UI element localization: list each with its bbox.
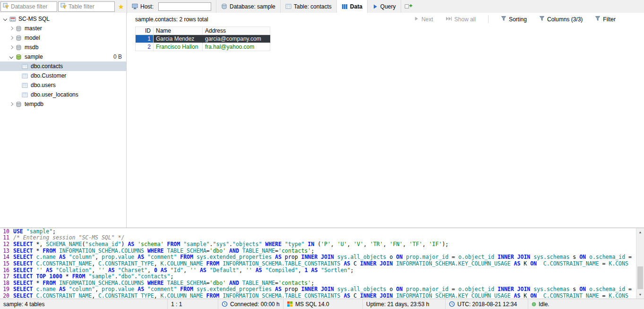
results-grid[interactable]: IDNameAddress1Garcia Mendezgarcia@compan…	[135, 26, 270, 51]
line-number: 11	[0, 235, 9, 241]
clock-icon	[449, 301, 455, 307]
column-header-address[interactable]: Address	[203, 27, 270, 35]
expand-chevron[interactable]	[8, 24, 15, 33]
grid-controls: NextShow allSortingColumns (3/3)Filter	[414, 15, 616, 23]
database-filter-icon	[3, 3, 9, 10]
log-line-text: SELECT * FROM INFORMATION_SCHEMA.COLUMNS…	[13, 280, 636, 286]
tree-item-msdb[interactable]: msdb	[0, 43, 126, 52]
next-icon	[414, 16, 419, 23]
button-label: Next	[421, 16, 433, 23]
tree-item-tempdb[interactable]: tempdb	[0, 99, 126, 109]
log-line: 10USE "sample";	[0, 228, 636, 235]
log-line-text: /* Entering session "SC-MS SQL" */	[13, 235, 636, 241]
windows-icon	[287, 301, 293, 307]
table-filter-input[interactable]: Table filter	[58, 1, 115, 12]
tree-item-dbo-user-locations[interactable]: dbo.user_locations	[0, 90, 126, 99]
line-number: 10	[0, 228, 9, 235]
tree-item-label: msdb	[25, 44, 38, 51]
cell[interactable]: fra.hal@yahoo.com	[203, 43, 270, 51]
tree-item-label: dbo.contacts	[31, 63, 63, 70]
tab-host[interactable]: Host:	[127, 0, 216, 13]
grid-header-row: IDNameAddress	[136, 27, 270, 35]
cell[interactable]: garcia@company.com	[203, 35, 270, 43]
log-line: 15SELECT C.CONSTRAINT_NAME, C.CONSTRAINT…	[0, 260, 636, 267]
table-filter-placeholder: Table filter	[69, 3, 94, 10]
main-tabs: Host:Database: sampleTable: contactsData…	[127, 0, 416, 13]
show-all-button[interactable]: Show all	[446, 16, 476, 23]
db-icon	[15, 35, 23, 41]
line-number: 16	[0, 267, 9, 274]
log-line-text: SELECT c.name AS "column", prop.value AS…	[13, 286, 636, 293]
status-bar: sample: 4 tables1 : 1Connected: 00:00 hM…	[0, 299, 644, 309]
expand-chevron[interactable]	[8, 52, 15, 62]
tree-item-label: dbo.user_locations	[31, 91, 78, 98]
tree-item-master[interactable]: master	[0, 24, 126, 33]
table-tree-icon	[21, 92, 29, 98]
funnel-icon	[539, 16, 545, 23]
tree-item-dbo-customer[interactable]: dbo.Customer	[0, 71, 126, 80]
tree-item-label: SC-MS SQL	[18, 16, 50, 22]
tree-item-label: sample	[25, 53, 43, 60]
log-line: 19SELECT c.name AS "column", prop.value …	[0, 286, 636, 293]
log-vertical-scrollbar[interactable]: ▲ ▼	[636, 228, 644, 299]
database-filter-input[interactable]: Database filter	[0, 1, 57, 12]
tree-item-sample[interactable]: sample0 B	[0, 52, 126, 62]
table-row[interactable]: 1Garcia Mendezgarcia@company.com	[136, 35, 270, 43]
column-header-id[interactable]: ID	[136, 27, 154, 35]
tab-label: Query	[380, 3, 396, 10]
columns-button[interactable]: Columns (3/3)	[539, 16, 583, 23]
scroll-up-button[interactable]: ▲	[636, 228, 644, 236]
expand-chevron[interactable]	[2, 14, 9, 24]
favorites-star-icon[interactable]: ★	[115, 0, 127, 13]
sorting-button[interactable]: Sorting	[501, 16, 527, 23]
tree-item-dbo-contacts[interactable]: dbo.contacts	[0, 62, 126, 71]
tree-item-dbo-users[interactable]: dbo.users	[0, 80, 126, 90]
expand-chevron[interactable]	[8, 99, 15, 109]
heidisql-window: Database filter Table filter ★ Host:Data…	[0, 0, 644, 309]
column-header-name[interactable]: Name	[154, 27, 203, 35]
tab-table[interactable]: Table: contacts	[281, 0, 337, 13]
cell[interactable]: 1	[136, 35, 154, 43]
scroll-down-button[interactable]: ▼	[636, 291, 644, 298]
status-text: UTC: 2018-08-21 12:34	[457, 301, 517, 308]
table-icon	[285, 3, 292, 9]
status-text: 1 : 1	[171, 301, 182, 308]
new-query-tab-button[interactable]	[401, 0, 416, 13]
tree-item-sc-ms-sql[interactable]: SC-MS SQL	[0, 14, 126, 24]
line-number: 12	[0, 241, 9, 247]
button-label: Filter	[603, 16, 616, 23]
line-number: 14	[0, 254, 9, 261]
filter-toolbar: Database filter Table filter ★	[0, 0, 127, 13]
cell[interactable]: Francisco Hallon	[154, 43, 203, 51]
log-line: 16SELECT '' AS "Collation", '' AS "Chars…	[0, 267, 636, 274]
tab-data[interactable]: Data	[337, 0, 368, 13]
table-tree-icon	[21, 73, 29, 79]
filter-button[interactable]: Filter	[595, 16, 616, 23]
hostname-value-box[interactable]	[158, 2, 211, 11]
tab-label: Host:	[140, 3, 154, 10]
sql-log-panel[interactable]: 10USE "sample";11/* Entering session "SC…	[0, 228, 636, 299]
status-state: Idle.	[528, 299, 644, 309]
expand-chevron[interactable]	[8, 33, 15, 43]
db-icon	[15, 101, 23, 107]
scrollbar-thumb[interactable]	[637, 266, 643, 289]
tab-database[interactable]: Database: sample	[216, 0, 281, 13]
table-row[interactable]: 2Francisco Hallonfra.hal@yahoo.com	[136, 43, 270, 51]
db-size-label: 0 B	[113, 53, 122, 60]
cell[interactable]: 2	[136, 43, 154, 51]
expand-chevron[interactable]	[8, 43, 15, 52]
log-line: 17SELECT TOP 1000 * FROM "sample"."dbo".…	[0, 273, 636, 280]
next-button[interactable]: Next	[414, 16, 433, 23]
log-line-text: USE "sample";	[13, 228, 636, 235]
data-panel: sample.contacts: 2 rows total NextShow a…	[127, 13, 644, 228]
tab-query[interactable]: Query	[368, 0, 401, 13]
tree-item-model[interactable]: model	[0, 33, 126, 43]
log-line: 13SELECT * FROM INFORMATION_SCHEMA.COLUM…	[0, 247, 636, 254]
tree-indent	[14, 62, 21, 71]
cell[interactable]: Garcia Mendez	[154, 35, 203, 43]
database-filter-placeholder: Database filter	[11, 3, 47, 10]
database-tree[interactable]: SC-MS SQLmastermodelmsdbsample0 Bdbo.con…	[0, 13, 127, 228]
db-icon	[15, 26, 23, 32]
log-line-text: SELECT c.name AS "column", prop.value AS…	[13, 254, 636, 261]
tree-indent	[14, 80, 21, 90]
